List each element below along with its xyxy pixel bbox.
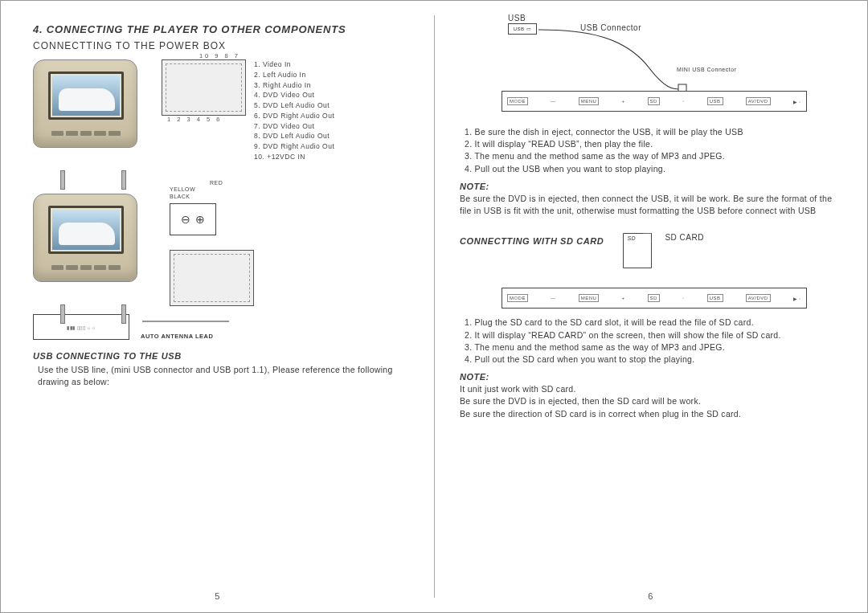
usb-heading: USB CONNECTING TO THE USB bbox=[33, 351, 408, 361]
power-box-1: 10 9 8 7 1 2 3 4 5 6 bbox=[162, 59, 246, 116]
usb-cable-icon bbox=[537, 28, 698, 92]
usb-label: USB bbox=[508, 14, 526, 22]
antenna-label: AUTO ANTENNA LEAD bbox=[141, 333, 237, 340]
sd-note-2: Be sure the DVD is in ejected, then the … bbox=[460, 395, 835, 407]
sd-note-1: It unit just work with SD card. bbox=[460, 383, 835, 395]
note-label-2: NOTE: bbox=[460, 372, 835, 382]
subtitle: CONNECTTING TO THE POWER BOX bbox=[33, 40, 408, 51]
pin-legend: 1. Video In 2. Left Audio In 3. Right Au… bbox=[254, 59, 334, 162]
diagram-headrest-1: 10 9 8 7 1 2 3 4 5 6 1. Video In 2. Left… bbox=[33, 59, 408, 172]
usb-steps: 1. Be sure the dish in eject, connector … bbox=[460, 126, 835, 175]
sd-steps: 1. Plug the SD card to the SD card slot,… bbox=[460, 317, 835, 366]
device-panel-sd: MODE — MENU + SD ◦ USB AV/DVD ▶ ◦ bbox=[502, 288, 807, 309]
manual-spread: 4. CONNECTING THE PLAYER TO OTHER COMPON… bbox=[0, 0, 868, 613]
mini-usb-label: MINI USB Connector bbox=[677, 67, 736, 72]
usb-connector-icon: USB ▭ bbox=[508, 23, 537, 35]
radio-unit: ▮▮▮ ▯▯▯ ○ ○ bbox=[33, 314, 129, 340]
battery-icon: ⊖⊕ bbox=[170, 203, 216, 235]
usb-diagram: USB USB ▭ USB Connector MINI USB Connect… bbox=[460, 23, 835, 120]
radio-row: ▮▮▮ ▯▯▯ ○ ○ AUTO ANTENNA LEAD bbox=[33, 314, 408, 340]
headrest-2 bbox=[33, 194, 154, 306]
page-number-left: 5 bbox=[215, 591, 220, 601]
wire-labels: RED YELLOW BLACK bbox=[170, 180, 223, 200]
pin-nums-top: 10 9 8 7 bbox=[199, 52, 240, 59]
page-number-right: 6 bbox=[648, 591, 653, 601]
power-box-2 bbox=[170, 250, 254, 306]
section-title: 4. CONNECTING THE PLAYER TO OTHER COMPON… bbox=[33, 23, 408, 35]
sd-note-3: Be sure the direction of SD card is in c… bbox=[460, 408, 835, 420]
headrest-1 bbox=[33, 59, 154, 172]
sd-heading: CONNECTTING WITH SD CARD bbox=[460, 236, 604, 246]
sd-card-label: SD CARD bbox=[665, 233, 704, 242]
page-left: 4. CONNECTING THE PLAYER TO OTHER COMPON… bbox=[1, 1, 434, 612]
device-panel-usb: MODE — MENU + SD ◦ USB AV/DVD ▶ ◦ bbox=[502, 91, 807, 112]
antenna-wire-icon bbox=[141, 315, 237, 328]
sd-diagram: SD SD CARD bbox=[623, 233, 704, 278]
note-label-1: NOTE: bbox=[460, 182, 835, 191]
diagram-headrest-2: RED YELLOW BLACK ⊖⊕ bbox=[33, 180, 408, 306]
usb-text: Use the USB line, (mini USB connector an… bbox=[33, 364, 408, 388]
sd-card-icon: SD bbox=[623, 233, 652, 268]
usb-note: Be sure the DVD is in ejected, then conn… bbox=[460, 193, 835, 217]
page-right: USB USB ▭ USB Connector MINI USB Connect… bbox=[434, 1, 867, 612]
pin-nums-bot: 1 2 3 4 5 6 bbox=[167, 116, 222, 123]
